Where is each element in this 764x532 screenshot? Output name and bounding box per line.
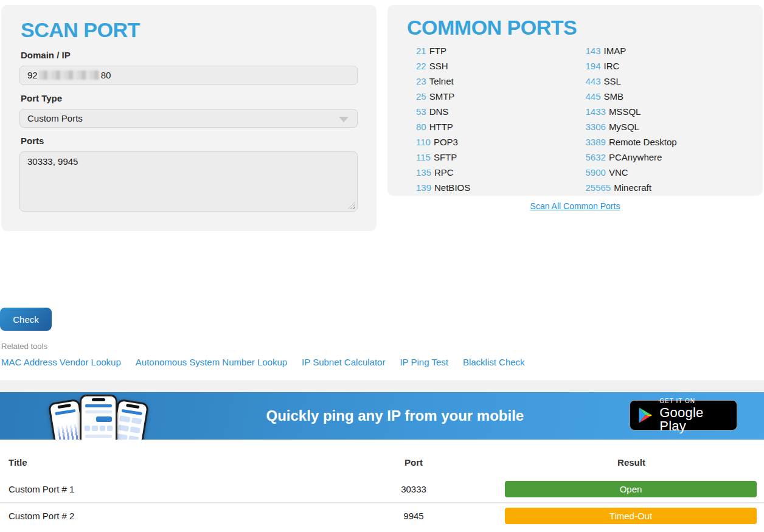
related-tools-label: Related tools bbox=[1, 342, 47, 351]
common-port-item: 3306MySQL bbox=[586, 122, 745, 137]
common-port-item: 445SMB bbox=[586, 91, 745, 106]
port-name: SMB bbox=[604, 91, 624, 102]
ports-textarea[interactable]: 30333, 9945 bbox=[19, 151, 358, 212]
port-link[interactable]: 1433 bbox=[586, 106, 606, 117]
port-name: Telnet bbox=[429, 76, 454, 86]
related-tool-link-ip-subnet-calculator[interactable]: IP Subnet Calculator bbox=[302, 357, 385, 367]
check-button[interactable]: Check bbox=[0, 308, 52, 331]
common-ports-left-column: 21FTP 22SSH 23Telnet 25SMTP 53DNS 80HTTP… bbox=[406, 46, 575, 198]
result-row-title: Custom Port # 1 bbox=[0, 484, 328, 494]
resize-handle-icon[interactable] bbox=[348, 202, 355, 209]
common-ports-title: COMMON PORTS bbox=[407, 16, 745, 40]
port-name: Remote Desktop bbox=[609, 137, 677, 147]
common-port-item: 23Telnet bbox=[416, 76, 575, 91]
port-name: IRC bbox=[604, 61, 620, 71]
port-name: MySQL bbox=[609, 122, 639, 132]
port-link[interactable]: 3389 bbox=[586, 137, 606, 147]
common-port-item: 25SMTP bbox=[416, 91, 575, 106]
domain-ip-input[interactable]: 9280 bbox=[19, 66, 358, 85]
port-name: SFTP bbox=[434, 152, 457, 162]
common-port-item: 80HTTP bbox=[416, 122, 575, 137]
port-link[interactable]: 194 bbox=[586, 61, 601, 71]
scan-results-table: Title Port Result Custom Port # 1 30333 … bbox=[0, 448, 764, 528]
port-link[interactable]: 445 bbox=[586, 91, 601, 102]
phone-notch bbox=[92, 398, 105, 401]
results-header-row: Title Port Result bbox=[0, 448, 764, 476]
port-type-label: Port Type bbox=[21, 93, 358, 103]
table-row: Custom Port # 2 9945 Timed-Out bbox=[0, 502, 764, 528]
common-port-item: 22SSH bbox=[416, 61, 575, 76]
banner-headline: Quickly ping any IP from your mobile bbox=[266, 407, 524, 424]
port-name: SSL bbox=[604, 76, 621, 86]
results-header-port: Port bbox=[328, 457, 499, 468]
port-name: MSSQL bbox=[609, 106, 641, 117]
port-link[interactable]: 22 bbox=[416, 61, 426, 71]
port-link[interactable]: 5900 bbox=[586, 167, 606, 178]
related-tools-nav: MAC Address Vendor Lookup Autonomous Sys… bbox=[1, 357, 525, 367]
common-port-item: 5900VNC bbox=[586, 167, 745, 182]
domain-ip-label: Domain / IP bbox=[21, 50, 358, 60]
ports-value: 30333, 9945 bbox=[27, 156, 78, 167]
port-name: NetBIOS bbox=[434, 182, 470, 193]
port-link[interactable]: 135 bbox=[416, 167, 431, 178]
result-row-port: 9945 bbox=[328, 511, 499, 521]
common-port-item: 115SFTP bbox=[416, 152, 575, 167]
port-link[interactable]: 53 bbox=[416, 106, 426, 117]
common-ports-right-column: 143IMAP 194IRC 443SSL 445SMB 1433MSSQL 3… bbox=[575, 46, 745, 198]
port-name: PCAnywhere bbox=[609, 152, 662, 162]
port-link[interactable]: 143 bbox=[586, 46, 601, 56]
common-ports-panel: COMMON PORTS 21FTP 22SSH 23Telnet 25SMTP… bbox=[387, 5, 763, 196]
result-row-title: Custom Port # 2 bbox=[0, 511, 328, 521]
port-name: IMAP bbox=[604, 46, 627, 56]
port-name: SSH bbox=[429, 61, 448, 71]
related-tool-link-mac-address-vendor-lookup[interactable]: MAC Address Vendor Lookup bbox=[1, 357, 121, 367]
common-port-item: 143IMAP bbox=[586, 46, 745, 61]
common-port-item: 1433MSSQL bbox=[586, 106, 745, 122]
table-row: Custom Port # 1 30333 Open bbox=[0, 476, 764, 502]
google-play-icon bbox=[637, 406, 653, 424]
port-link[interactable]: 25 bbox=[416, 91, 426, 102]
common-port-item: 21FTP bbox=[416, 46, 575, 61]
related-tool-link-ip-ping-test[interactable]: IP Ping Test bbox=[400, 357, 448, 367]
phone-notch bbox=[126, 404, 140, 409]
port-link[interactable]: 80 bbox=[416, 122, 426, 132]
section-separator bbox=[0, 381, 764, 392]
scan-all-common-ports-link[interactable]: Scan All Common Ports bbox=[387, 201, 763, 211]
port-name: VNC bbox=[609, 167, 628, 178]
port-link[interactable]: 25565 bbox=[586, 182, 611, 193]
port-name: SMTP bbox=[429, 91, 455, 102]
common-port-item: 135RPC bbox=[416, 167, 575, 182]
port-link[interactable]: 110 bbox=[416, 137, 431, 147]
google-play-badge[interactable]: GET IT ON Google Play bbox=[630, 400, 737, 430]
port-link[interactable]: 5632 bbox=[586, 152, 606, 162]
results-header-result: Result bbox=[499, 457, 764, 468]
common-port-item: 25565Minecraft bbox=[586, 182, 745, 198]
port-name: FTP bbox=[429, 46, 446, 56]
common-port-item: 139NetBIOS bbox=[416, 182, 575, 198]
port-name: Minecraft bbox=[614, 182, 651, 193]
port-link[interactable]: 21 bbox=[416, 46, 426, 56]
port-type-selected-value: Custom Ports bbox=[27, 113, 83, 123]
google-play-badge-top-text: GET IT ON bbox=[659, 398, 729, 404]
port-scan-page: SCAN PORT Domain / IP 9280 Port Type Cus… bbox=[0, 0, 764, 532]
mobile-app-banner: Quickly ping any IP from your mobile GET… bbox=[0, 392, 764, 440]
port-link[interactable]: 139 bbox=[416, 182, 431, 193]
related-tool-link-blacklist-check[interactable]: Blacklist Check bbox=[463, 357, 525, 367]
port-link[interactable]: 23 bbox=[416, 76, 426, 86]
common-port-item: 110POP3 bbox=[416, 137, 575, 152]
result-row-port: 30333 bbox=[328, 484, 499, 494]
ports-label: Ports bbox=[21, 136, 358, 146]
common-port-item: 3389Remote Desktop bbox=[586, 137, 745, 152]
google-play-badge-main-text: Google Play bbox=[659, 406, 729, 433]
common-port-item: 53DNS bbox=[416, 106, 575, 122]
common-port-item: 194IRC bbox=[586, 61, 745, 76]
port-name: DNS bbox=[429, 106, 449, 117]
common-ports-columns: 21FTP 22SSH 23Telnet 25SMTP 53DNS 80HTTP… bbox=[406, 46, 745, 198]
port-link[interactable]: 443 bbox=[586, 76, 601, 86]
related-tool-link-asn-lookup[interactable]: Autonomous System Number Lookup bbox=[136, 357, 287, 367]
port-link[interactable]: 115 bbox=[416, 152, 431, 162]
scan-port-title: SCAN PORT bbox=[21, 18, 358, 42]
port-link[interactable]: 3306 bbox=[586, 122, 606, 132]
port-type-select[interactable]: Custom Ports bbox=[19, 109, 358, 128]
port-name: HTTP bbox=[429, 122, 453, 132]
